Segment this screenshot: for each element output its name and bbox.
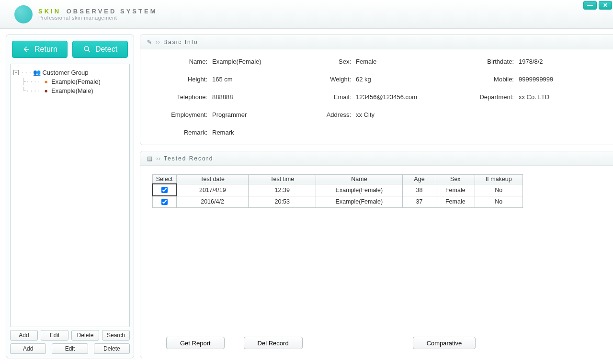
detect-button[interactable]: Detect (72, 41, 128, 58)
cell-time: 20:53 (249, 196, 316, 208)
cell-age: 38 (402, 184, 436, 196)
tree-root-label: Customer Group (42, 69, 88, 76)
customer-tree[interactable]: − ··· 👥 Customer Group ├···· ● Example(F… (10, 64, 130, 327)
svg-point-0 (84, 46, 89, 51)
value-department: xx Co. LTD (519, 93, 605, 101)
cell-sex: Female (436, 184, 475, 196)
chevron-icon: ›› (156, 155, 161, 162)
select-cell[interactable] (152, 184, 176, 196)
person-icon: ● (43, 78, 49, 85)
cell-date: 2016/4/2 (176, 196, 249, 208)
tree-item-label: Example(Male) (51, 87, 93, 94)
col-name[interactable]: Name (316, 175, 403, 184)
cell-age: 37 (402, 196, 436, 208)
basic-info-card: ✎ ›› Basic Info Name: Example(Female) Se… (140, 34, 613, 145)
label-birthdate: Birthdate: (452, 58, 519, 65)
value-birthdate: 1978/8/2 (519, 58, 605, 65)
tested-record-card: ▤ ›› Tested Record Select Test date Test… (140, 151, 613, 358)
tested-record-title: Tested Record (164, 155, 213, 162)
label-height: Height: (155, 76, 212, 83)
select-checkbox[interactable] (161, 187, 168, 193)
return-button[interactable]: Return (12, 41, 68, 58)
sidebar: Return Detect − ··· 👥 Customer Group ├··… (6, 34, 134, 358)
cell-name: Example(Female) (316, 196, 403, 208)
label-remark: Remark: (155, 129, 212, 136)
cell-makeup: No (475, 196, 523, 208)
label-sex: Sex: (308, 58, 356, 65)
search-customer-button[interactable]: Search (102, 330, 130, 341)
label-address: Address: (308, 111, 356, 118)
brand-subtitle: Professional skin management (38, 15, 157, 21)
brand: SKIN OBSERVED SYSTEM Professional skin m… (14, 5, 157, 23)
detect-label: Detect (95, 45, 117, 54)
comparative-button[interactable]: Comparative (413, 337, 476, 349)
value-mobile: 9999999999 (519, 76, 605, 83)
col-sex[interactable]: Sex (436, 175, 475, 184)
del-record-button[interactable]: Del Record (244, 337, 303, 349)
value-employment: Programmer (212, 111, 308, 118)
col-makeup[interactable]: If makeup (475, 175, 523, 184)
label-telephone: Telephone: (155, 93, 212, 101)
cell-date: 2017/4/19 (176, 184, 249, 196)
tree-item-female[interactable]: ├···· ● Example(Female) (13, 77, 126, 86)
add-customer-button[interactable]: Add (10, 330, 38, 341)
tree-root[interactable]: − ··· 👥 Customer Group (13, 68, 126, 77)
delete-customer-button[interactable]: Delete (71, 330, 99, 341)
chevron-icon: ›› (156, 39, 160, 46)
minimize-button[interactable]: — (583, 1, 597, 10)
close-button[interactable]: ✕ (599, 1, 612, 10)
person-icon: ● (43, 87, 49, 94)
app-header: SKIN OBSERVED SYSTEM Professional skin m… (0, 0, 613, 29)
tree-item-male[interactable]: └···· ● Example(Male) (13, 86, 126, 95)
collapse-icon[interactable]: − (13, 70, 19, 75)
table-row[interactable]: 2016/4/220:53Example(Female)37FemaleNo (152, 196, 523, 208)
brand-text-2: OBSERVED SYSTEM (67, 8, 158, 15)
label-department: Department: (452, 93, 519, 101)
add-group-button[interactable]: Add (10, 343, 46, 354)
cell-sex: Female (436, 196, 475, 208)
return-icon (22, 45, 31, 54)
value-weight: 62 kg (356, 76, 452, 83)
label-name: Name: (155, 58, 212, 65)
cell-makeup: No (475, 184, 523, 196)
record-icon: ▤ (147, 155, 153, 162)
detect-icon (83, 45, 91, 54)
col-age[interactable]: Age (402, 175, 436, 184)
label-mobile: Mobile: (452, 76, 519, 83)
value-remark: Remark (212, 129, 308, 136)
col-select[interactable]: Select (152, 175, 176, 184)
select-cell[interactable] (152, 196, 176, 208)
brand-text-1: SKIN (38, 8, 61, 15)
label-weight: Weight: (308, 76, 356, 83)
edit-icon: ✎ (147, 39, 153, 46)
records-table: Select Test date Test time Name Age Sex … (152, 174, 523, 208)
label-employment: Employment: (155, 111, 212, 118)
value-height: 165 cm (212, 76, 308, 83)
value-name: Example(Female) (212, 58, 308, 65)
tree-item-label: Example(Female) (51, 78, 101, 85)
value-email: 123456@123456.com (356, 93, 452, 101)
get-report-button[interactable]: Get Report (166, 337, 225, 349)
select-checkbox[interactable] (161, 199, 168, 205)
value-address: xx City (356, 111, 452, 118)
return-label: Return (34, 45, 57, 54)
cell-name: Example(Female) (316, 184, 403, 196)
basic-info-title: Basic Info (163, 39, 198, 46)
delete-group-button[interactable]: Delete (94, 343, 130, 354)
cell-time: 12:39 (249, 184, 316, 196)
col-date[interactable]: Test date (176, 175, 249, 184)
logo-icon (14, 5, 33, 23)
col-time[interactable]: Test time (249, 175, 316, 184)
edit-customer-button[interactable]: Edit (41, 330, 68, 341)
label-email: Email: (308, 93, 356, 101)
table-row[interactable]: 2017/4/1912:39Example(Female)38FemaleNo (152, 184, 523, 196)
group-icon: 👥 (34, 69, 40, 76)
value-sex: Female (356, 58, 452, 65)
edit-group-button[interactable]: Edit (52, 343, 88, 354)
value-telephone: 888888 (212, 93, 308, 101)
